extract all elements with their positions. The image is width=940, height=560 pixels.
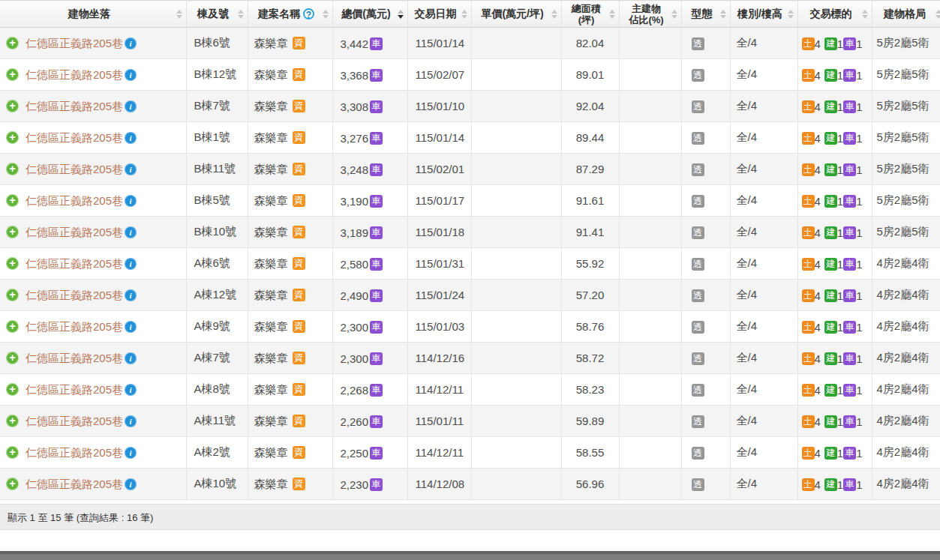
expand-row-icon[interactable]: +: [6, 163, 19, 175]
info-icon[interactable]: i: [125, 352, 137, 364]
car-badge: 車: [843, 195, 856, 208]
car-badge: 車: [843, 258, 856, 271]
col-header-total-price[interactable]: 總價(萬元): [332, 1, 407, 28]
expand-row-icon[interactable]: +: [6, 289, 19, 301]
total-price-cell: 2,230車: [332, 469, 407, 500]
address-link[interactable]: 仁德區正義路205巷: [26, 36, 123, 49]
sort-icon: [323, 10, 329, 19]
expand-row-icon[interactable]: +: [6, 100, 19, 112]
type-badge: 透: [692, 37, 704, 50]
info-icon[interactable]: i: [125, 69, 137, 81]
address-link[interactable]: 仁德區正義路205巷: [26, 130, 123, 143]
info-icon[interactable]: i: [125, 415, 137, 427]
unit-price-cell: [471, 154, 561, 185]
col-header-floor[interactable]: 樓別/樓高: [730, 1, 797, 28]
build-count: 1: [837, 321, 843, 334]
col-header-type[interactable]: 型態: [681, 1, 730, 28]
col-header-unit-price[interactable]: 單價(萬元/坪): [471, 1, 561, 28]
project-name: 森樂章: [254, 288, 288, 301]
col-header-layout[interactable]: 建物格局: [872, 1, 940, 28]
info-icon[interactable]: i: [125, 478, 137, 490]
address-link[interactable]: 仁德區正義路205巷: [26, 319, 123, 332]
zi-badge: 資: [293, 478, 305, 490]
info-icon[interactable]: i: [125, 100, 137, 112]
car-badge: 車: [370, 415, 383, 428]
info-icon[interactable]: i: [125, 163, 137, 175]
expand-row-icon[interactable]: +: [6, 37, 19, 49]
project-name: 森樂章: [254, 414, 288, 427]
address-link[interactable]: 仁德區正義路205巷: [26, 477, 123, 490]
unit-price-cell: [471, 217, 561, 248]
layout-cell: 4房2廳4衛: [872, 280, 940, 311]
expand-row-icon[interactable]: +: [6, 194, 19, 207]
table-row: +仁德區正義路205巷i B棟10號 森樂章資 3,189車 115/01/18…: [0, 217, 940, 248]
target-cell: 土4建1車1: [797, 217, 872, 248]
building-badge: 建: [824, 100, 837, 113]
info-icon[interactable]: i: [125, 37, 137, 49]
main-ratio-cell: [619, 280, 681, 311]
address-link[interactable]: 仁德區正義路205巷: [26, 288, 123, 301]
table-row: +仁德區正義路205巷i B棟6號 森樂章資 3,442車 115/01/14 …: [0, 28, 940, 59]
address-link[interactable]: 仁德區正義路205巷: [26, 351, 123, 364]
info-icon[interactable]: i: [125, 384, 137, 396]
date-cell: 115/02/01: [407, 154, 471, 185]
expand-row-icon[interactable]: +: [6, 446, 19, 459]
col-header-area[interactable]: 總面積(坪): [561, 1, 619, 28]
info-icon[interactable]: i: [125, 132, 137, 144]
info-icon[interactable]: i: [125, 258, 137, 270]
date-cell: 114/12/11: [407, 437, 471, 469]
address-link[interactable]: 仁德區正義路205巷: [26, 67, 123, 80]
col-header-date[interactable]: 交易日期: [407, 1, 471, 28]
expand-row-icon[interactable]: +: [6, 226, 19, 238]
car-badge: 車: [370, 69, 383, 82]
address-link[interactable]: 仁德區正義路205巷: [26, 256, 123, 269]
building-no-cell: A棟10號: [186, 469, 248, 500]
total-price-cell: 2,300車: [332, 343, 407, 374]
expand-row-icon[interactable]: +: [6, 352, 19, 364]
address-link[interactable]: 仁德區正義路205巷: [26, 225, 123, 238]
car-count: 1: [856, 100, 862, 113]
address-link[interactable]: 仁德區正義路205巷: [26, 99, 123, 112]
address-link[interactable]: 仁德區正義路205巷: [26, 414, 123, 427]
target-cell: 土4建1車1: [797, 343, 872, 374]
help-icon[interactable]: ?: [303, 8, 314, 19]
target-cell: 土4建1車1: [797, 406, 872, 437]
type-badge: 透: [692, 69, 704, 82]
expand-row-icon[interactable]: +: [6, 68, 19, 81]
info-icon[interactable]: i: [125, 321, 137, 333]
land-count: 4: [815, 289, 821, 302]
building-badge: 建: [824, 132, 837, 145]
zi-badge: 資: [293, 226, 305, 238]
address-link[interactable]: 仁德區正義路205巷: [26, 382, 123, 395]
expand-row-icon[interactable]: +: [6, 131, 19, 144]
address-link[interactable]: 仁德區正義路205巷: [26, 162, 123, 175]
horizontal-scrollbar[interactable]: [0, 551, 940, 560]
building-no-cell: B棟1號: [186, 122, 248, 154]
unit-price-cell: [471, 28, 561, 59]
expand-row-icon[interactable]: +: [6, 478, 19, 490]
build-count: 1: [837, 415, 843, 428]
total-price: 2,268: [341, 384, 369, 397]
address-link[interactable]: 仁德區正義路205巷: [26, 445, 123, 458]
target-cell: 土4建1車1: [797, 248, 872, 280]
expand-row-icon[interactable]: +: [6, 257, 19, 270]
col-header-main-ratio[interactable]: 主建物佔比(%): [619, 1, 681, 28]
layout-cell: 4房2廳4衛: [872, 469, 940, 500]
col-header-building-no[interactable]: 棟及號: [186, 1, 248, 28]
area-cell: 82.04: [561, 28, 619, 59]
info-icon[interactable]: i: [125, 226, 137, 238]
expand-row-icon[interactable]: +: [6, 383, 19, 396]
address-link[interactable]: 仁德區正義路205巷: [26, 193, 123, 206]
main-ratio-cell: [619, 311, 681, 343]
layout-cell: 5房2廳5衛: [872, 154, 940, 185]
expand-row-icon[interactable]: +: [6, 320, 19, 333]
col-header-location[interactable]: 建物坐落: [0, 1, 186, 28]
date-cell: 114/12/11: [407, 374, 471, 406]
info-icon[interactable]: i: [125, 195, 137, 207]
info-icon[interactable]: i: [125, 447, 137, 459]
col-header-target[interactable]: 交易標的: [797, 1, 872, 28]
land-badge: 土: [802, 478, 815, 491]
info-icon[interactable]: i: [125, 289, 137, 301]
col-header-project-name[interactable]: 建案名稱?: [248, 1, 332, 28]
expand-row-icon[interactable]: +: [6, 415, 19, 427]
